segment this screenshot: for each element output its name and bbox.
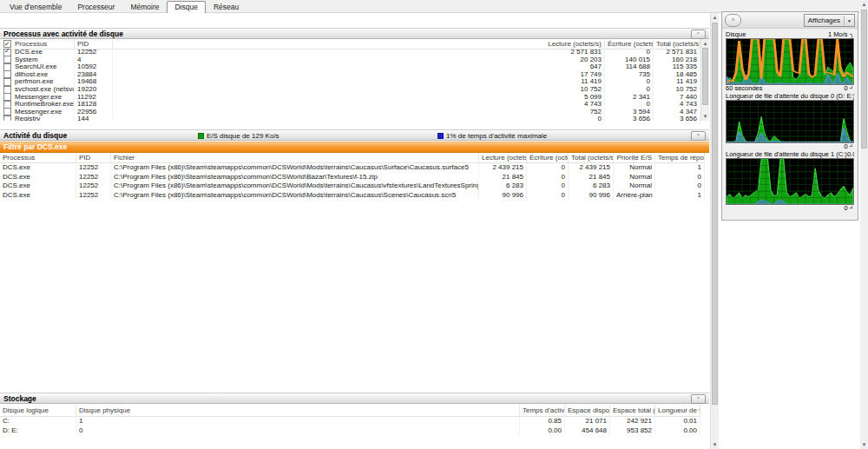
cell-write: 2 341 [605, 94, 654, 102]
cell-time: 0.85 [520, 416, 565, 426]
column-header-write[interactable]: Écriture (octets/s) [527, 153, 569, 162]
cell-time: 0.00 [520, 426, 565, 435]
table-row[interactable]: C:10.8521 071242 9210.01 [0, 416, 700, 426]
scrollbar-thumb[interactable] [712, 23, 718, 405]
table-row[interactable]: RuntimeBroker.exe181284 74304 743 [0, 101, 700, 109]
tab-disque[interactable]: Disque [167, 1, 205, 13]
column-header-read[interactable]: Lecture (octets/s) [479, 153, 527, 162]
column-header-name[interactable]: Processus [0, 153, 76, 162]
section-header-storage[interactable]: Stockage ^ [0, 393, 709, 404]
table-row[interactable]: DCS.exe12252C:\Program Files (x86)\Steam… [0, 191, 705, 201]
cell-write: 0 [605, 101, 654, 109]
cell-logical: C: [0, 416, 76, 426]
column-header-pid[interactable]: PID [76, 153, 111, 162]
cell-write: 140 015 [605, 56, 654, 64]
cell-queue: 0.00 [655, 426, 700, 435]
scroll-up-icon[interactable]: ▲ [711, 13, 719, 22]
collapse-icon[interactable]: ^ [691, 394, 706, 404]
table-row[interactable]: Messenger.exe112925 0992 3417 440 [0, 94, 700, 102]
column-header-total[interactable]: Total (octets/s) [654, 39, 700, 49]
cell-total: 7 440 [654, 94, 700, 102]
section-header-processes[interactable]: Processus avec activité de disque ^ [0, 28, 709, 39]
cell-read: 10 752 [521, 86, 605, 94]
cell-prio: Arrière-plan [614, 191, 655, 201]
checkbox-icon[interactable] [3, 116, 11, 121]
cell-read: 90 996 [479, 191, 527, 201]
table-row[interactable]: dllhost.exe2388417 74973518 485 [0, 71, 700, 79]
blue-square-icon [437, 133, 444, 139]
cell-write: 0 [527, 191, 569, 201]
views-button[interactable]: Affichages ▼ [804, 14, 855, 27]
table-row[interactable]: DCS.exe122522 571 83102 571 831 [0, 49, 700, 56]
table-row[interactable]: svchost.exe (netsvcs -p)1922010 752010 7… [0, 86, 700, 94]
column-header-write[interactable]: Écriture (octets/s) [605, 39, 654, 49]
tab-processeur[interactable]: Processeur [69, 1, 122, 12]
cell-file: C:\Program Files (x86)\Steam\steamapps\c… [111, 163, 479, 173]
column-header-total[interactable]: Espace total (Mo) [610, 405, 655, 416]
cell-prio: Normal [614, 163, 655, 173]
column-header-file[interactable]: Fichier [111, 153, 479, 162]
cell-pid: 12252 [75, 49, 113, 56]
cell-total: 2 571 831 [654, 49, 700, 56]
activity-table-body: DCS.exe12252C:\Program Files (x86)\Steam… [0, 163, 705, 200]
collapse-icon[interactable]: ^ [691, 131, 706, 141]
cell-name: svchost.exe (netsvcs -p) [12, 86, 75, 94]
chevron-down-icon[interactable]: ▼ [845, 18, 854, 23]
expand-panel-button[interactable]: › [725, 14, 741, 27]
section-header-activity[interactable]: Activité du disque E/S disque de 129 Ko/… [0, 129, 709, 141]
scroll-down-icon[interactable]: ▼ [701, 112, 709, 121]
table-row[interactable]: D: E:00.00454 648953 8520.00 [0, 426, 700, 435]
column-header-total[interactable]: Total (octets/s) [569, 153, 614, 162]
cell-read: 5 099 [521, 94, 605, 102]
graph-scale-max: 0.05 ┐ [847, 150, 854, 158]
column-header-physical[interactable]: Disque physique [76, 405, 520, 416]
table-row[interactable]: Messenger.exe229567523 5944 347 [0, 109, 700, 116]
filter-banner[interactable]: Filtré par DCS.exe [0, 142, 709, 153]
tab-vue-d-ensemble[interactable]: Vue d'ensemble [2, 1, 69, 12]
scroll-down-icon[interactable]: ▼ [711, 440, 719, 449]
cell-physical: 1 [76, 416, 520, 426]
tab-m-moire[interactable]: Mémoire [122, 1, 167, 12]
main-scrollbar[interactable]: ▲ ▼ [710, 13, 719, 449]
column-header-avail[interactable]: Espace disponi... [565, 405, 610, 416]
scroll-up-icon[interactable]: ▲ [701, 39, 709, 48]
cell-name: Registry [12, 116, 75, 121]
table-row[interactable]: DCS.exe12252C:\Program Files (x86)\Steam… [0, 163, 705, 173]
column-header-pid[interactable]: PID [75, 39, 113, 49]
cell-resp: 0 [655, 182, 705, 191]
cell-pid: 18128 [75, 101, 113, 109]
column-header-logical[interactable]: Disque logique [0, 405, 76, 416]
panel-scrollbar[interactable]: ▲ ▼ [860, 0, 868, 449]
scroll-down-icon[interactable]: ▼ [860, 440, 868, 449]
main-pane: Processus avec activité de disque ^ Proc… [0, 13, 709, 449]
graph-scale-max: 1 Mo/s ┐ [828, 30, 854, 38]
column-header-resp[interactable]: Temps de répo... [655, 153, 705, 162]
scroll-up-icon[interactable]: ▲ [860, 0, 868, 9]
cell-total: 21 845 [569, 173, 614, 182]
cell-pid: 12252 [76, 191, 111, 201]
checkbox-icon[interactable] [3, 40, 11, 48]
scrollbar-thumb[interactable] [702, 48, 708, 105]
collapse-icon[interactable]: ^ [691, 30, 706, 39]
process-checkbox[interactable] [0, 116, 12, 121]
process-checkbox[interactable] [0, 39, 12, 49]
column-header-time[interactable]: Temps d'activit... [520, 405, 565, 416]
process-table: ProcessusPIDLecture (octets/s)Écriture (… [0, 39, 700, 50]
table-row[interactable]: DCS.exe12252C:\Program Files (x86)\Steam… [0, 182, 705, 191]
tab-r-seau[interactable]: Réseau [206, 1, 247, 12]
table-row[interactable]: DCS.exe12252C:\Program Files (x86)\Steam… [0, 173, 705, 182]
process-table-scrollbar[interactable]: ▲ ▼ [700, 39, 709, 121]
cell-total: 90 996 [569, 191, 614, 201]
cell-pid: 22956 [75, 109, 113, 116]
cell-read: 2 571 831 [521, 49, 605, 56]
scrollbar-thumb[interactable] [861, 10, 867, 149]
column-header-prio[interactable]: Priorité E/S [614, 153, 655, 162]
column-header-name[interactable]: Processus [12, 39, 75, 49]
table-row[interactable]: System420 203140 015160 218 [0, 56, 700, 64]
table-row[interactable]: perfmon.exe1946811 419011 419 [0, 78, 700, 86]
cell-write: 0 [605, 49, 654, 56]
column-header-read[interactable]: Lecture (octets/s) [521, 39, 605, 49]
column-header-queue[interactable]: Longueur de fil... [655, 405, 700, 416]
table-row[interactable]: SearchUI.exe10592647114 688115 335 [0, 63, 700, 71]
table-row[interactable]: Registry14403 6563 656 [0, 116, 700, 121]
